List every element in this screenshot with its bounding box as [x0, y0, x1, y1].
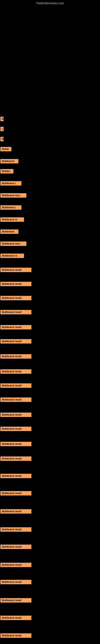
bottleneck-item: Bottleneck result	[0, 369, 31, 374]
bottleneck-item: Bottleneck result	[0, 268, 31, 272]
bottleneck-item: Bottleneck result	[0, 412, 31, 417]
bottleneck-item: Bottleneck result	[0, 616, 31, 620]
bottleneck-item: Bottleneck	[0, 230, 18, 234]
bottleneck-item: Bottleneck r	[0, 205, 21, 210]
site-title: TheBottlenecker.com	[0, 0, 100, 5]
bottleneck-item: Bottleneck result	[0, 544, 31, 549]
bottleneck-item: Bottleneck result	[0, 354, 31, 359]
bottleneck-item: B	[0, 137, 3, 141]
bottleneck-item: Bottleneck result	[0, 296, 31, 300]
bottleneck-item: |	[0, 127, 3, 131]
bottleneck-item: Bottleneck result	[0, 456, 31, 461]
bottleneck-item: Bottle	[0, 147, 11, 151]
bottleneck-item: Bottleneck result	[0, 633, 31, 638]
bottleneck-item: Bottleneck re	[0, 217, 24, 222]
bottleneck-item: Bottleneck result	[0, 282, 31, 286]
bottleneck-item: Bottleneck result	[0, 427, 31, 431]
bottleneck-item: Bottleneck result	[0, 563, 31, 567]
bottleneck-item: Bottleneck resu	[0, 193, 26, 198]
bottleneck-item: Bottleneck result	[0, 474, 31, 478]
bottleneck-item: Bottleneck result	[0, 339, 31, 344]
bottleneck-item: Bottleneck result	[0, 442, 31, 446]
bottleneck-item: Bottleneck re	[0, 254, 24, 258]
bottleneck-item: B	[0, 117, 3, 121]
bottleneck-item: Bottlen	[0, 169, 13, 174]
bottleneck-item: Bottleneck result	[0, 384, 31, 388]
bottleneck-item: Bottleneck result	[0, 398, 31, 402]
bottleneck-item: Bottleneck result	[0, 491, 31, 496]
bottleneck-item: Bottleneck r	[0, 181, 21, 186]
bottleneck-item: Bottleneck	[0, 159, 18, 164]
bottleneck-item: Bottleneck result	[0, 509, 31, 514]
bottleneck-item: Bottleneck result	[0, 527, 31, 532]
bottleneck-item: Bottleneck resu	[0, 242, 26, 246]
bottleneck-item: Bottleneck result	[0, 310, 31, 314]
bottleneck-item: Bottleneck result	[0, 580, 31, 584]
bottleneck-item: Bottleneck result	[0, 325, 31, 330]
bottleneck-item: Bottleneck result	[0, 598, 31, 602]
